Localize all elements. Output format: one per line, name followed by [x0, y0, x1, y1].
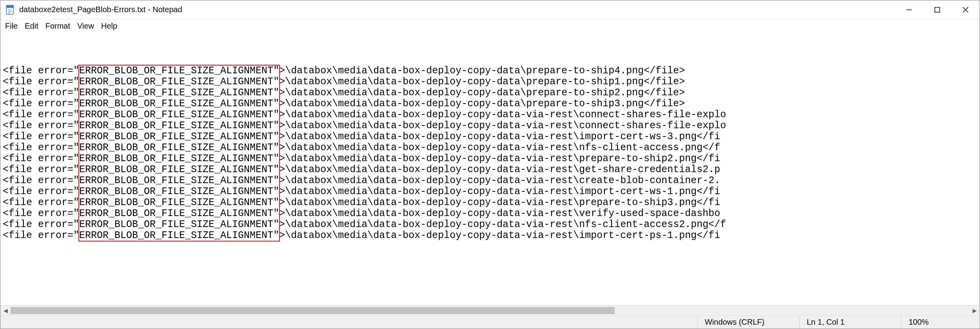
svg-rect-6 [935, 7, 940, 12]
line-path: >\databox\media\data-box-deploy-copy-dat… [279, 109, 726, 120]
text-line[interactable]: <file error="ERROR_BLOB_OR_FILE_SIZE_ALI… [3, 87, 977, 98]
line-prefix: <file error=" [3, 186, 79, 197]
line-prefix: <file error=" [3, 65, 79, 76]
minimize-button[interactable] [895, 0, 923, 19]
line-prefix: <file error=" [3, 109, 79, 120]
scroll-left-arrow[interactable]: ◀ [0, 305, 11, 316]
menu-edit[interactable]: Edit [22, 21, 41, 31]
text-line[interactable]: <file error="ERROR_BLOB_OR_FILE_SIZE_ALI… [3, 142, 977, 153]
status-line-ending: Windows (CRLF) [697, 316, 799, 329]
menu-format[interactable]: Format [42, 21, 73, 31]
text-line[interactable]: <file error="ERROR_BLOB_OR_FILE_SIZE_ALI… [3, 186, 977, 197]
line-path: >\databox\media\data-box-deploy-copy-dat… [279, 65, 685, 76]
line-path: >\databox\media\data-box-deploy-copy-dat… [279, 219, 726, 230]
line-prefix: <file error=" [3, 131, 79, 142]
menu-help[interactable]: Help [98, 21, 120, 31]
close-button[interactable] [951, 0, 980, 19]
line-error-code: ERROR_BLOB_OR_FILE_SIZE_ALIGNMENT" [79, 98, 279, 109]
line-prefix: <file error=" [3, 230, 79, 241]
statusbar: Windows (CRLF) Ln 1, Col 1 100% [0, 315, 980, 329]
text-line[interactable]: <file error="ERROR_BLOB_OR_FILE_SIZE_ALI… [3, 197, 977, 208]
line-prefix: <file error=" [3, 175, 79, 186]
text-line[interactable]: <file error="ERROR_BLOB_OR_FILE_SIZE_ALI… [3, 131, 977, 142]
scroll-thumb[interactable] [11, 307, 615, 314]
line-prefix: <file error=" [3, 76, 79, 87]
text-line[interactable]: <file error="ERROR_BLOB_OR_FILE_SIZE_ALI… [3, 153, 977, 164]
line-error-code: ERROR_BLOB_OR_FILE_SIZE_ALIGNMENT" [79, 87, 279, 98]
line-prefix: <file error=" [3, 208, 79, 219]
line-error-code: ERROR_BLOB_OR_FILE_SIZE_ALIGNMENT" [79, 208, 279, 219]
line-error-code: ERROR_BLOB_OR_FILE_SIZE_ALIGNMENT" [79, 109, 279, 120]
line-error-code: ERROR_BLOB_OR_FILE_SIZE_ALIGNMENT" [79, 120, 279, 131]
line-path: >\databox\media\data-box-deploy-copy-dat… [279, 186, 720, 197]
maximize-button[interactable] [923, 0, 951, 19]
menu-file[interactable]: File [2, 21, 21, 31]
status-position: Ln 1, Col 1 [799, 316, 901, 329]
scroll-track[interactable] [11, 305, 969, 315]
notepad-window: databoxe2etest_PageBlob-Errors.txt - Not… [0, 0, 980, 329]
line-path: >\databox\media\data-box-deploy-copy-dat… [279, 164, 720, 175]
line-error-code: ERROR_BLOB_OR_FILE_SIZE_ALIGNMENT" [79, 219, 279, 230]
line-path: >\databox\media\data-box-deploy-copy-dat… [279, 197, 720, 208]
line-error-code: ERROR_BLOB_OR_FILE_SIZE_ALIGNMENT" [79, 131, 279, 142]
line-prefix: <file error=" [3, 197, 79, 208]
line-prefix: <file error=" [3, 120, 79, 131]
line-path: >\databox\media\data-box-deploy-copy-dat… [279, 153, 720, 164]
line-path: >\databox\media\data-box-deploy-copy-dat… [279, 98, 685, 109]
text-line[interactable]: <file error="ERROR_BLOB_OR_FILE_SIZE_ALI… [3, 120, 977, 131]
status-zoom: 100% [901, 316, 980, 329]
line-prefix: <file error=" [3, 153, 79, 164]
text-line[interactable]: <file error="ERROR_BLOB_OR_FILE_SIZE_ALI… [3, 219, 977, 230]
text-line[interactable]: <file error="ERROR_BLOB_OR_FILE_SIZE_ALI… [3, 109, 977, 120]
line-error-code: ERROR_BLOB_OR_FILE_SIZE_ALIGNMENT" [79, 164, 279, 175]
content-wrap: <file error="ERROR_BLOB_OR_FILE_SIZE_ALI… [0, 33, 980, 315]
line-prefix: <file error=" [3, 87, 79, 98]
text-line[interactable]: <file error="ERROR_BLOB_OR_FILE_SIZE_ALI… [3, 65, 977, 76]
line-prefix: <file error=" [3, 142, 79, 153]
text-area[interactable]: <file error="ERROR_BLOB_OR_FILE_SIZE_ALI… [0, 33, 980, 305]
line-error-code: ERROR_BLOB_OR_FILE_SIZE_ALIGNMENT" [79, 186, 279, 197]
line-path: >\databox\media\data-box-deploy-copy-dat… [279, 76, 685, 87]
line-error-code: ERROR_BLOB_OR_FILE_SIZE_ALIGNMENT" [79, 175, 279, 186]
line-error-code: ERROR_BLOB_OR_FILE_SIZE_ALIGNMENT" [79, 153, 279, 164]
horizontal-scrollbar[interactable]: ◀ ▶ [0, 305, 980, 315]
text-line[interactable]: <file error="ERROR_BLOB_OR_FILE_SIZE_ALI… [3, 230, 977, 241]
line-path: >\databox\media\data-box-deploy-copy-dat… [279, 120, 726, 131]
line-error-code: ERROR_BLOB_OR_FILE_SIZE_ALIGNMENT" [79, 230, 279, 241]
text-line[interactable]: <file error="ERROR_BLOB_OR_FILE_SIZE_ALI… [3, 164, 977, 175]
line-prefix: <file error=" [3, 164, 79, 175]
scroll-right-arrow[interactable]: ▶ [969, 305, 980, 316]
titlebar[interactable]: databoxe2etest_PageBlob-Errors.txt - Not… [0, 0, 980, 19]
line-path: >\databox\media\data-box-deploy-copy-dat… [279, 142, 720, 153]
line-prefix: <file error=" [3, 219, 79, 230]
svg-rect-1 [6, 5, 13, 8]
line-prefix: <file error=" [3, 98, 79, 109]
text-line[interactable]: <file error="ERROR_BLOB_OR_FILE_SIZE_ALI… [3, 76, 977, 87]
line-path: >\databox\media\data-box-deploy-copy-dat… [279, 230, 720, 241]
menu-view[interactable]: View [74, 21, 97, 31]
text-line[interactable]: <file error="ERROR_BLOB_OR_FILE_SIZE_ALI… [3, 208, 977, 219]
line-error-code: ERROR_BLOB_OR_FILE_SIZE_ALIGNMENT" [79, 142, 279, 153]
text-line[interactable]: <file error="ERROR_BLOB_OR_FILE_SIZE_ALI… [3, 175, 977, 186]
line-error-code: ERROR_BLOB_OR_FILE_SIZE_ALIGNMENT" [79, 65, 279, 76]
line-error-code: ERROR_BLOB_OR_FILE_SIZE_ALIGNMENT" [79, 76, 279, 87]
notepad-icon [5, 5, 15, 15]
menubar: File Edit Format View Help [0, 19, 980, 33]
line-path: >\databox\media\data-box-deploy-copy-dat… [279, 175, 720, 186]
line-error-code: ERROR_BLOB_OR_FILE_SIZE_ALIGNMENT" [79, 197, 279, 208]
line-path: >\databox\media\data-box-deploy-copy-dat… [279, 208, 720, 219]
window-controls [895, 0, 980, 19]
text-line[interactable]: <file error="ERROR_BLOB_OR_FILE_SIZE_ALI… [3, 98, 977, 109]
line-path: >\databox\media\data-box-deploy-copy-dat… [279, 131, 720, 142]
window-title: databoxe2etest_PageBlob-Errors.txt - Not… [19, 5, 182, 14]
line-path: >\databox\media\data-box-deploy-copy-dat… [279, 87, 685, 98]
